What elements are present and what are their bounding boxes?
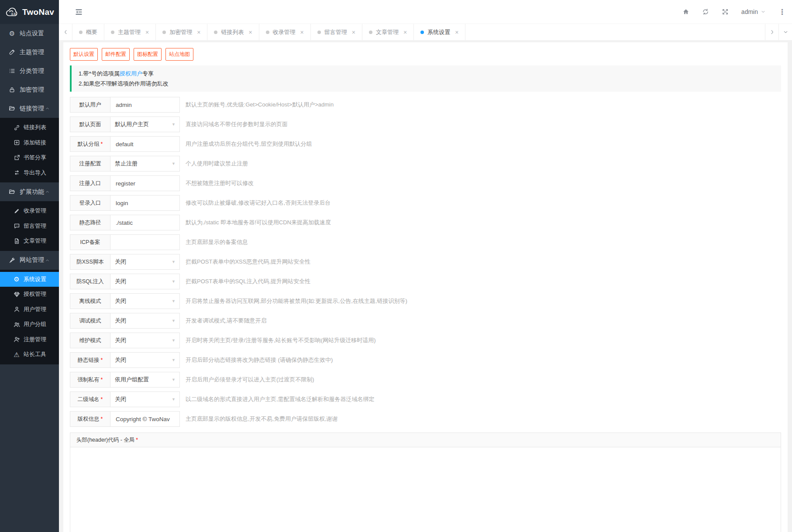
collapse-sidebar-icon[interactable] — [75, 8, 83, 16]
sidebar-item-site-manage[interactable]: 网站管理 — [0, 251, 59, 270]
sidebar-item-theme-manage[interactable]: 主题管理 — [0, 43, 59, 62]
sidebar-item-webmaster-tools[interactable]: ⚠站长工具 — [0, 347, 59, 362]
select-caret-icon: ▼ — [172, 397, 176, 402]
field-label: 版权信息* — [70, 412, 110, 426]
tab-overview[interactable]: 概要 — [72, 24, 104, 40]
required-asterisk: * — [101, 416, 103, 422]
sidebar-item-label: 网站管理 — [20, 256, 44, 264]
field-description: 默认主页的账号,优先级:Get>Cookie/Host>默认用户>admin — [186, 101, 334, 109]
tab-collect[interactable]: 收录管理× — [259, 24, 311, 40]
register-entry-field-wrap — [110, 176, 179, 191]
select-caret-icon: ▼ — [172, 358, 176, 362]
register-entry-input[interactable] — [115, 180, 175, 187]
field-description: 开启将禁止服务器访问互联网,部分功能将被禁用(如:更新提示,公告,在线主题,链接… — [186, 297, 407, 305]
submenu-link-manage: 链接列表添加链接书签分享导出导入 — [0, 118, 59, 182]
tabs-scroll-left-button[interactable] — [59, 24, 72, 40]
user-dropdown[interactable]: admin — [741, 8, 766, 15]
default-user-input[interactable] — [115, 101, 175, 109]
sitemap-button[interactable]: 站点地图 — [165, 48, 193, 61]
field-label: 防SQL注入 — [70, 274, 110, 289]
field-description: 开启时将关闭主页/登录/注册等服务,站长账号不受影响(网站升级迁移时适用) — [186, 336, 376, 344]
field-label: 调试模式 — [70, 313, 110, 328]
sidebar-item-link-manage[interactable]: 链接管理 — [0, 99, 59, 118]
tab-link-list[interactable]: 链接列表× — [207, 24, 259, 40]
sidebar-item-user-group[interactable]: 用户分组 — [0, 317, 59, 332]
sidebar-item-export-import[interactable]: 导出导入 — [0, 165, 59, 181]
chevron-up-icon — [45, 105, 50, 112]
field-label-text: 维护模式 — [79, 337, 101, 344]
anti-sql-select[interactable]: 关闭▼ — [110, 274, 179, 289]
default-page-select[interactable]: 默认用户主页▼ — [110, 117, 179, 132]
required-asterisk: * — [101, 141, 103, 147]
sidebar-item-extend-functions[interactable]: 扩展功能 — [0, 182, 59, 201]
sidebar-item-message-manage[interactable]: 留言管理 — [0, 219, 59, 234]
force-private-select[interactable]: 依用户组配置▼ — [110, 372, 179, 387]
copyright-input[interactable] — [115, 415, 175, 423]
icon-config-button[interactable]: 图标配置 — [134, 48, 162, 61]
close-tab-icon[interactable]: × — [403, 29, 407, 36]
settings-toolbar: 默认设置邮件配置图标配置站点地图 — [70, 48, 781, 61]
sidebar-item-register-manage[interactable]: 注册管理 — [0, 332, 59, 347]
refresh-icon[interactable] — [702, 8, 709, 15]
field-label-text: 登录入口 — [79, 199, 101, 207]
anti-xss-select[interactable]: 关闭▼ — [110, 254, 179, 269]
static-path-input[interactable] — [115, 219, 175, 227]
sidebar-menu: ⚙站点设置主题管理分类管理加密管理链接管理链接列表添加链接书签分享导出导入扩展功… — [0, 24, 59, 364]
tabs-menu-button[interactable] — [778, 24, 792, 40]
tab-encrypt[interactable]: 加密管理× — [156, 24, 207, 40]
form-row-login-entry: 登录入口修改可以防止被爆破,修改请记好入口名,否则无法登录后台 — [70, 195, 781, 211]
form-row-debug-mode: 调试模式关闭▼开发者调试模式,请不要随意开启 — [70, 313, 781, 329]
sidebar-item-collect-manage[interactable]: 收录管理 — [0, 203, 59, 219]
sidebar-item-category-manage[interactable]: 分类管理 — [0, 62, 59, 80]
input-group: 静态链接*关闭▼ — [70, 352, 180, 368]
sidebar-item-label: 扩展功能 — [20, 188, 44, 196]
authorized-user-link[interactable]: 授权用户 — [120, 70, 142, 77]
sidebar: 落幕 TwoNav ⚙站点设置主题管理分类管理加密管理链接管理链接列表添加链接书… — [0, 0, 59, 532]
sidebar-item-site-settings[interactable]: ⚙站点设置 — [0, 24, 59, 43]
sidebar-item-add-link[interactable]: 添加链接 — [0, 135, 59, 151]
notice-line-2: 2.如果您不理解选项的作用请勿乱改 — [79, 79, 774, 89]
sidebar-item-label: 注册管理 — [24, 336, 46, 343]
tab-system[interactable]: 系统设置× — [414, 24, 465, 40]
brand-logo[interactable]: 落幕 TwoNav — [0, 0, 59, 24]
fullscreen-icon[interactable] — [722, 8, 729, 15]
wrench-icon — [8, 257, 16, 264]
input-group: 注册配置禁止注册▼ — [70, 156, 180, 172]
subdomain-select[interactable]: 关闭▼ — [110, 392, 179, 407]
tabs-scroll-right-button[interactable] — [765, 24, 778, 40]
close-tab-icon[interactable]: × — [248, 29, 252, 36]
form-row-copyright: 版权信息*主页底部显示的版权信息,开发不易,免费用户请保留版权,谢谢 — [70, 411, 781, 427]
sidebar-item-user-manage[interactable]: 用户管理 — [0, 302, 59, 317]
tab-message[interactable]: 留言管理× — [311, 24, 362, 40]
mail-config-button[interactable]: 邮件配置 — [102, 48, 130, 61]
tab-theme[interactable]: 主题管理× — [104, 24, 156, 40]
input-group: 默认页面默认用户主页▼ — [70, 117, 180, 132]
close-tab-icon[interactable]: × — [197, 29, 200, 36]
header-code-textarea[interactable] — [70, 447, 781, 532]
tab-article[interactable]: 文章管理× — [362, 24, 414, 40]
close-tab-icon[interactable]: × — [352, 29, 355, 36]
maintenance-mode-select[interactable]: 关闭▼ — [110, 333, 179, 348]
icp-record-input[interactable] — [115, 239, 175, 246]
sidebar-item-license-manage[interactable]: 授权管理 — [0, 287, 59, 302]
sidebar-item-link-list[interactable]: 链接列表 — [0, 120, 59, 135]
close-tab-icon[interactable]: × — [145, 29, 149, 36]
field-label-text: 防SQL注入 — [76, 278, 104, 285]
sidebar-item-article-manage[interactable]: 文章管理 — [0, 233, 59, 249]
offline-mode-select[interactable]: 关闭▼ — [110, 294, 179, 309]
close-tab-icon[interactable]: × — [300, 29, 304, 36]
sidebar-item-encrypt-manage[interactable]: 加密管理 — [0, 80, 59, 99]
kebab-menu-icon[interactable]: ⋮ — [778, 7, 786, 17]
sidebar-item-bookmark-share[interactable]: 书签分享 — [0, 150, 59, 165]
sidebar-item-system-settings[interactable]: ⚙系统设置 — [0, 272, 59, 287]
home-icon[interactable] — [682, 8, 689, 15]
register-config-select[interactable]: 禁止注册▼ — [110, 156, 179, 171]
required-asterisk: * — [101, 396, 103, 402]
login-entry-input[interactable] — [115, 199, 175, 207]
static-link-select[interactable]: 关闭▼ — [110, 353, 179, 367]
default-group-field-wrap — [110, 137, 179, 151]
debug-mode-select[interactable]: 关闭▼ — [110, 313, 179, 328]
default-settings-button[interactable]: 默认设置 — [70, 48, 98, 61]
default-group-input[interactable] — [115, 141, 175, 148]
close-tab-icon[interactable]: × — [455, 29, 458, 36]
